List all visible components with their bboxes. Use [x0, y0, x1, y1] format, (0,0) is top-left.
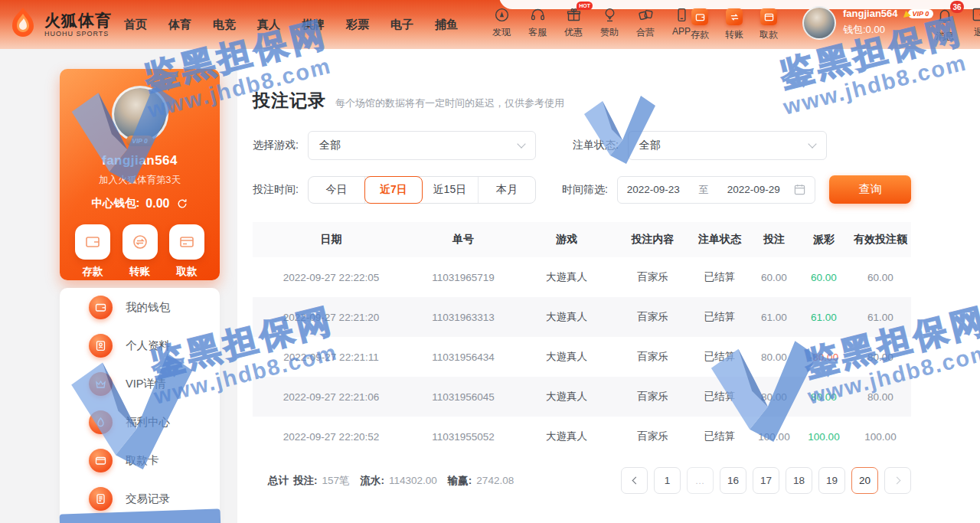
logout-button[interactable]: 退 — [971, 7, 980, 39]
date-range-picker[interactable]: 2022-09-23 至 2022-09-29 — [617, 176, 815, 204]
table-header-row: 日期 单号 游戏 投注内容 注单状态 投注 派彩 有效投注额 — [253, 222, 911, 257]
refresh-icon — [177, 198, 188, 209]
bet-time-label: 投注时间: — [253, 183, 299, 197]
next-page-button[interactable] — [884, 467, 911, 494]
page-button-1[interactable]: 1 — [654, 467, 681, 494]
messages-button[interactable]: 36 消息 — [936, 7, 954, 43]
profile-avatar[interactable] — [112, 86, 168, 142]
cell-game: 大遊真人 — [517, 377, 616, 417]
deposit-icon — [691, 8, 708, 25]
wallet-balance: 钱包:0.00 — [843, 23, 933, 37]
sidebar-item-personal-info[interactable]: 个人资料 — [60, 326, 220, 364]
hot-badge: HOT — [577, 2, 593, 10]
page: 火狐体育 HUOHU SPORTS 首页 体育 电竞 真人 棋牌 彩票 电子 捕… — [0, 0, 980, 523]
game-select[interactable]: 全部 — [308, 131, 536, 160]
nav-item-fishing[interactable]: 捕鱼 — [435, 18, 458, 32]
user-avatar[interactable] — [802, 6, 836, 40]
bank-card-icon — [89, 449, 113, 472]
promo-button[interactable]: HOT 优惠 — [560, 7, 586, 39]
game-select-value: 全部 — [319, 139, 341, 152]
cell-valid: 61.00 — [850, 297, 911, 337]
time-option-month[interactable]: 本月 — [479, 177, 535, 203]
nav-item-sports[interactable]: 体育 — [168, 18, 191, 32]
total-bet-value: 157笔 — [322, 474, 350, 488]
cell-content: 百家乐 — [616, 337, 689, 377]
headset-icon — [530, 7, 546, 23]
query-button[interactable]: 查询 — [829, 175, 911, 204]
time-option-today[interactable]: 今日 — [309, 177, 365, 203]
status-select-value: 全部 — [639, 139, 661, 152]
cell-game: 大遊真人 — [517, 297, 616, 337]
transfer-button[interactable]: 转账 — [725, 8, 743, 41]
withdraw-icon — [760, 8, 777, 25]
refresh-balance-button[interactable] — [177, 198, 188, 209]
cell-game: 大遊真人 — [517, 417, 616, 456]
cell-content: 百家乐 — [616, 257, 689, 297]
game-select-label: 选择游戏: — [253, 139, 299, 152]
page-title: 投注记录 — [253, 89, 326, 113]
page-subtitle: 每个场馆的数据将有一定时间的延迟，仅供参考使用 — [335, 96, 564, 110]
time-option-15days[interactable]: 近15日 — [422, 177, 479, 203]
welfare-icon — [89, 410, 113, 434]
cell-game: 大遊真人 — [517, 337, 616, 377]
nav-item-live[interactable]: 真人 — [257, 18, 280, 32]
page-button-17[interactable]: 17 — [753, 467, 779, 494]
deposit-icon — [75, 224, 110, 260]
profile-transfer-button[interactable]: 转账 — [122, 224, 158, 279]
cell-content: 百家乐 — [616, 417, 689, 456]
cell-payout: 80.00 — [798, 377, 850, 417]
center-wallet-value: 0.00 — [145, 197, 169, 211]
discover-button[interactable]: 发现 — [488, 7, 514, 39]
sidebar-item-my-wallet[interactable]: 我的钱包 — [60, 288, 220, 326]
sidebar-item-withdrawal-card[interactable]: 取款卡 — [60, 441, 220, 479]
logo-subtitle: HUOHU SPORTS — [44, 30, 112, 38]
nav-item-esports[interactable]: 电竞 — [213, 18, 236, 32]
cell-order: 11031965719 — [410, 257, 517, 297]
profile-withdraw-button[interactable]: 取款 — [169, 224, 204, 279]
withdraw-label: 取款 — [760, 28, 778, 41]
document-icon — [89, 487, 113, 511]
support-button[interactable]: 客服 — [524, 7, 550, 39]
sidebar-item-vip-details[interactable]: VIP详情 — [60, 364, 220, 403]
cell-status: 已结算 — [689, 417, 750, 456]
cell-order: 11031956045 — [410, 377, 517, 417]
logout-label: 退 — [974, 26, 980, 39]
profile-transfer-label: 转账 — [129, 265, 150, 279]
col-header-bet: 投注 — [750, 222, 798, 257]
nav-item-chess[interactable]: 棋牌 — [302, 18, 325, 32]
cell-payout: -80.00 — [798, 337, 850, 377]
sidebar-item-welfare-center[interactable]: 福利中心 — [60, 403, 220, 441]
page-ellipsis[interactable]: ... — [687, 467, 714, 494]
page-button-19[interactable]: 19 — [818, 467, 845, 494]
nav-item-home[interactable]: 首页 — [124, 18, 147, 32]
sidebar-item-transaction-records[interactable]: 交易记录 — [60, 479, 220, 518]
cell-bet: 61.00 — [750, 297, 798, 337]
site-logo[interactable]: 火狐体育 HUOHU SPORTS — [3, 5, 112, 44]
deposit-button[interactable]: 存款 — [691, 8, 709, 41]
sidebar-menu: 我的钱包 个人资料 VIP详情 福利中心 取款卡 — [60, 288, 220, 523]
table-row: 2022-09-27 22:20:52 11031955052 大遊真人 百家乐… — [253, 417, 911, 456]
top-navbar: 火狐体育 HUOHU SPORTS 首页 体育 电竞 真人 棋牌 彩票 电子 捕… — [0, 0, 980, 49]
page-button-20-active[interactable]: 20 — [851, 467, 878, 494]
time-option-7days[interactable]: 近7日 — [364, 176, 423, 204]
page-button-18[interactable]: 18 — [786, 467, 812, 494]
notification-count-badge: 36 — [950, 1, 964, 13]
crown-icon — [902, 10, 910, 18]
partner-button[interactable]: 合营 — [632, 7, 658, 39]
sponsor-button[interactable]: 赞助 — [596, 7, 622, 39]
status-select[interactable]: 全部 — [628, 131, 827, 160]
page-button-16[interactable]: 16 — [720, 467, 746, 494]
user-account[interactable]: fangjian564 VIP 0 钱包:0.00 — [802, 6, 933, 40]
messages-label: 消息 — [936, 30, 954, 43]
sidebar-item-label: 个人资料 — [126, 338, 170, 353]
cell-order: 11031963313 — [410, 297, 517, 337]
page-head: 投注记录 每个场馆的数据将有一定时间的延迟，仅供参考使用 — [253, 89, 911, 113]
nav-item-lottery[interactable]: 彩票 — [346, 18, 369, 32]
nav-item-slots[interactable]: 电子 — [390, 18, 413, 32]
withdraw-button[interactable]: 取款 — [760, 8, 778, 41]
table-row: 2022-09-27 22:21:11 11031956434 大遊真人 百家乐… — [253, 337, 911, 377]
prev-page-button[interactable] — [621, 467, 648, 494]
profile-deposit-button[interactable]: 存款 — [75, 224, 110, 279]
col-header-content: 投注内容 — [616, 222, 689, 257]
cell-status: 已结算 — [689, 297, 750, 337]
